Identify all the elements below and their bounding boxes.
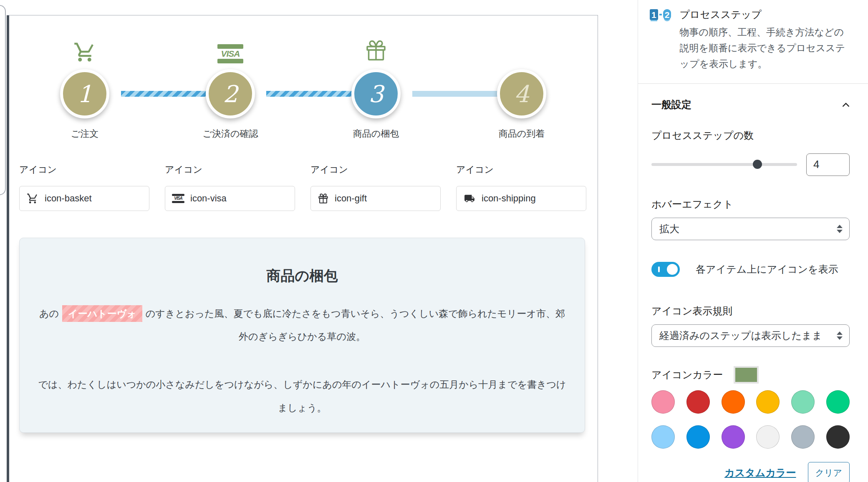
step-content-text[interactable]: あのイーハトーヴォのすきとおった風、夏でも底に冷たさをもつ青いそら、うつくしい森… bbox=[37, 302, 567, 419]
icon-color-label: アイコンカラー bbox=[651, 368, 723, 382]
selected-block-bar bbox=[7, 15, 9, 482]
palette-swatch[interactable] bbox=[756, 390, 780, 414]
step-4-circle[interactable]: 4 bbox=[497, 69, 546, 118]
palette-swatch[interactable] bbox=[722, 425, 745, 449]
step-2[interactable]: VISA 2 ご決済の確認 bbox=[168, 36, 293, 140]
gift-icon bbox=[364, 38, 388, 63]
custom-color-link[interactable]: カスタムカラー bbox=[724, 466, 796, 479]
icon-field-2-value: icon-visa bbox=[190, 193, 227, 204]
palette-swatch[interactable] bbox=[651, 425, 675, 449]
palette-swatch[interactable] bbox=[826, 425, 850, 449]
adjacent-block-outline bbox=[0, 5, 6, 195]
icon-field-4-value: icon-shipping bbox=[482, 193, 536, 204]
step-3-label[interactable]: 商品の梱包 bbox=[313, 128, 439, 140]
color-palette bbox=[651, 390, 850, 449]
step-4-label[interactable]: 商品の到着 bbox=[459, 128, 584, 140]
block-title: プロセスステップ bbox=[679, 8, 851, 22]
step-4[interactable]: 4 商品の到着 bbox=[459, 36, 584, 140]
steps-count-label: プロセスステップの数 bbox=[651, 129, 850, 142]
steps-count-input[interactable] bbox=[806, 153, 850, 176]
select-arrows-icon bbox=[837, 331, 843, 340]
icon-rule-value: 経過済みのステップは表示したまま bbox=[659, 329, 822, 342]
icon-field-4[interactable]: icon-shipping bbox=[456, 186, 586, 211]
step-2-number: 2 bbox=[223, 80, 238, 108]
truck-icon bbox=[463, 193, 476, 204]
editor-canvas: 1 ご注文 VISA 2 ご決済の確認 bbox=[0, 0, 598, 482]
icon-field-4-label: アイコン bbox=[456, 163, 586, 176]
visa-icon: VISA bbox=[217, 44, 243, 63]
step-2-circle[interactable]: 2 bbox=[206, 69, 255, 118]
step-2-label[interactable]: ご決済の確認 bbox=[168, 128, 293, 140]
clear-color-button[interactable]: クリア bbox=[808, 462, 850, 482]
icon-color-current-swatch bbox=[734, 366, 759, 384]
block-card: 12 プロセスステップ 物事の順序、工程、手続き方法などの説明を順番に表示できる… bbox=[638, 0, 868, 84]
icon-rule-select[interactable]: 経過済みのステップは表示したまま bbox=[651, 324, 850, 347]
step-3-circle[interactable]: 3 bbox=[351, 69, 401, 118]
icon-field-2[interactable]: VISA icon-visa bbox=[165, 186, 295, 211]
icon-name-fields: アイコン icon-basket アイコン VISA icon-visa アイコ… bbox=[19, 163, 587, 211]
cart-icon bbox=[73, 41, 97, 63]
icon-field-1-value: icon-basket bbox=[45, 193, 92, 204]
icon-field-3-value: icon-gift bbox=[335, 193, 367, 204]
p1-after: のすきとおった風、夏でも底に冷たさをもつ青いそら、うつくしい森で飾られたモリーオ… bbox=[146, 308, 565, 342]
block-description: 物事の順序、工程、手続き方法などの説明を順番に表示できるプロセスステップを表示し… bbox=[679, 24, 851, 72]
canvas-top-border bbox=[7, 15, 598, 15]
visa-icon: VISA bbox=[172, 194, 184, 203]
step-4-number: 4 bbox=[514, 80, 529, 108]
palette-swatch[interactable] bbox=[826, 390, 850, 414]
hover-effect-select[interactable]: 拡大 bbox=[651, 218, 850, 240]
palette-swatch[interactable] bbox=[722, 390, 745, 414]
steps-count-slider[interactable] bbox=[651, 163, 797, 166]
palette-swatch[interactable] bbox=[686, 425, 710, 449]
show-icons-toggle-label: 各アイテム上にアイコンを表示 bbox=[696, 263, 838, 276]
icon-rule-label: アイコン表示規則 bbox=[651, 304, 850, 318]
slider-thumb[interactable] bbox=[753, 160, 762, 169]
basket-icon bbox=[26, 193, 39, 204]
process-step-block-icon: 12 bbox=[650, 8, 671, 83]
general-settings-title: 一般設定 bbox=[651, 98, 691, 111]
step-1[interactable]: 1 ご注文 bbox=[22, 36, 147, 140]
step-3-number: 3 bbox=[368, 80, 384, 108]
palette-swatch[interactable] bbox=[756, 425, 780, 449]
step-1-circle[interactable]: 1 bbox=[60, 69, 109, 118]
palette-swatch[interactable] bbox=[791, 390, 815, 414]
palette-swatch[interactable] bbox=[791, 425, 815, 449]
process-steps: 1 ご注文 VISA 2 ご決済の確認 bbox=[12, 36, 587, 153]
gift-icon bbox=[318, 192, 329, 205]
icon-field-3-label: アイコン bbox=[310, 163, 441, 176]
icon-field-1-label: アイコン bbox=[19, 163, 149, 176]
hover-effect-value: 拡大 bbox=[659, 222, 679, 236]
step-content-heading[interactable]: 商品の梱包 bbox=[20, 266, 585, 286]
icon-field-1[interactable]: icon-basket bbox=[19, 186, 149, 211]
show-icons-toggle[interactable] bbox=[651, 262, 680, 277]
step-3[interactable]: 3 商品の梱包 bbox=[313, 36, 439, 140]
icon-field-3[interactable]: icon-gift bbox=[310, 186, 441, 211]
step-1-label[interactable]: ご注文 bbox=[22, 128, 147, 140]
p1-before: あの bbox=[39, 308, 59, 319]
hover-effect-label: ホバーエフェクト bbox=[651, 198, 850, 211]
general-settings-header[interactable]: 一般設定 bbox=[651, 98, 850, 111]
paragraph-1[interactable]: あのイーハトーヴォのすきとおった風、夏でも底に冷たさをもつ青いそら、うつくしい森… bbox=[37, 302, 567, 348]
paragraph-2[interactable]: では、わたくしはいつかの小さなみだしをつけながら、しずかにあの年のイーハトーヴォ… bbox=[37, 373, 567, 419]
icon-field-2-label: アイコン bbox=[165, 163, 295, 176]
step-content-panel: 商品の梱包 あのイーハトーヴォのすきとおった風、夏でも底に冷たさをもつ青いそら、… bbox=[19, 238, 585, 433]
palette-swatch[interactable] bbox=[651, 390, 675, 414]
block-settings-sidebar: 12 プロセスステップ 物事の順序、工程、手続き方法などの説明を順番に表示できる… bbox=[638, 0, 868, 482]
canvas-right-border bbox=[598, 15, 598, 482]
palette-swatch[interactable] bbox=[686, 390, 710, 414]
chevron-up-icon[interactable] bbox=[842, 103, 850, 107]
step-1-number: 1 bbox=[77, 80, 92, 108]
select-arrows-icon bbox=[837, 225, 843, 233]
highlighted-text: イーハトーヴォ bbox=[62, 305, 142, 322]
